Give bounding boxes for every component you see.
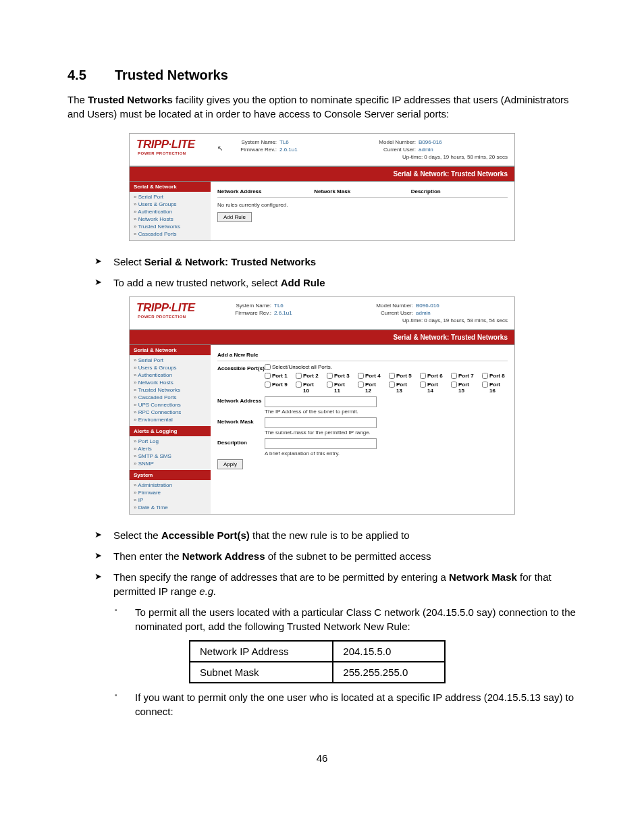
nav-item[interactable]: SMTP & SMS	[130, 452, 211, 460]
logo: TRIPP·LITE POWER PROTECTION	[136, 301, 224, 319]
nav-item[interactable]: Firmware	[130, 489, 211, 496]
select-all-checkbox[interactable]: Select/Unselect all Ports.	[265, 364, 508, 370]
table-header: Network Address Network Mask Description	[217, 186, 508, 198]
firmware-value: 2.6.1u1	[279, 147, 317, 153]
network-mask-hint: The subnet-mask for the permitted IP ran…	[265, 429, 508, 436]
form-title: Add a New Rule	[217, 349, 508, 361]
screenshot-add-rule: TRIPP·LITE POWER PROTECTION System Name:…	[129, 296, 515, 515]
section-number: 4.5	[68, 68, 115, 83]
add-rule-button[interactable]: Add Rule	[217, 212, 252, 222]
page-number: 46	[68, 752, 576, 764]
firmware-label: Firmware Rev.:	[230, 147, 279, 153]
sub-bullet: To permit all the users located with a p…	[115, 605, 576, 633]
bullet: To add a new trusted network, select Add…	[95, 276, 576, 290]
screenshot-trusted-networks-list: TRIPP·LITE POWER PROTECTION ↖ System Nam…	[129, 133, 515, 241]
network-address-label: Network Address	[217, 396, 265, 404]
nav-item[interactable]: Administration	[130, 481, 211, 489]
col-network-address: Network Address	[217, 188, 314, 194]
nav-item[interactable]: Users & Groups	[130, 364, 211, 371]
example-cell: 255.255.255.0	[333, 662, 445, 683]
nav-item[interactable]: Trusted Networks	[130, 386, 211, 394]
example-table: Network IP Address 204.15.5.0 Subnet Mas…	[189, 640, 446, 683]
model-label: Model Number:	[369, 139, 419, 145]
network-mask-input[interactable]	[265, 417, 377, 428]
col-description: Description	[411, 188, 508, 194]
nav-item[interactable]: Network Hosts	[130, 215, 211, 223]
apply-button[interactable]: Apply	[217, 459, 243, 469]
port-checkbox[interactable]: Port 4	[358, 373, 383, 379]
example-cell: Network IP Address	[190, 641, 333, 662]
uptime: Up-time: 0 days, 19 hours, 58 mins, 20 s…	[369, 154, 508, 160]
cursor-icon: ↖	[217, 145, 223, 152]
page-bar: Serial & Network: Trusted Networks	[130, 330, 514, 345]
bullet: Select Serial & Network: Trusted Network…	[95, 255, 576, 269]
port-checkbox[interactable]: Port 10	[296, 382, 321, 394]
port-checkbox[interactable]: Port 9	[265, 382, 290, 394]
port-checkbox[interactable]: Port 7	[451, 373, 477, 379]
port-checkbox[interactable]: Port 13	[389, 382, 414, 394]
port-checkbox[interactable]: Port 16	[482, 382, 508, 394]
sidebar: Serial & Network Serial Port Users & Gro…	[130, 345, 211, 514]
sidebar: Serial & Network Serial Port Users & Gro…	[130, 182, 211, 240]
port-checkbox[interactable]: Port 6	[420, 373, 446, 379]
port-checkbox[interactable]: Port 12	[358, 382, 383, 394]
nav-item[interactable]: Serial Port	[130, 193, 211, 201]
nav-item[interactable]: Date & Time	[130, 504, 211, 511]
network-address-input[interactable]	[265, 396, 377, 407]
port-checkbox[interactable]: Port 2	[296, 373, 321, 379]
port-checkbox[interactable]: Port 3	[327, 373, 352, 379]
nav-item[interactable]: RPC Connections	[130, 409, 211, 416]
network-address-hint: The IP Address of the subnet to permit.	[265, 409, 508, 415]
nav-item[interactable]: Users & Groups	[130, 201, 211, 208]
sub-bullet: If you want to permit only the one user …	[115, 690, 576, 719]
description-label: Description	[217, 438, 265, 446]
nav-item[interactable]: Authentication	[130, 208, 211, 215]
port-checkbox[interactable]: Port 8	[482, 373, 508, 379]
nav-item[interactable]: UPS Connections	[130, 401, 211, 409]
section-title: Trusted Networks	[115, 68, 228, 82]
port-checkbox[interactable]: Port 14	[420, 382, 446, 394]
network-mask-label: Network Mask	[217, 417, 265, 425]
page-bar: Serial & Network: Trusted Networks	[130, 166, 514, 182]
nav-item[interactable]: Cascaded Ports	[130, 230, 211, 238]
port-checkbox[interactable]: Port 11	[327, 382, 352, 394]
nav-item[interactable]: Port Log	[130, 438, 211, 445]
ports-label: Accessible Port(s)	[217, 364, 265, 371]
model-value: B096-016	[419, 139, 456, 145]
nav-item[interactable]: Trusted Networks	[130, 223, 211, 230]
example-cell: 204.15.5.0	[333, 641, 445, 662]
bullet: Then specify the range of addresses that…	[95, 570, 576, 598]
nav-item[interactable]: SNMP	[130, 460, 211, 467]
nav-item[interactable]: Environmental	[130, 416, 211, 423]
nav-item[interactable]: Alerts	[130, 445, 211, 452]
nav-item[interactable]: Network Hosts	[130, 379, 211, 386]
bullet: Select the Accessible Port(s) that the n…	[95, 528, 576, 542]
port-checkbox[interactable]: Port 5	[389, 373, 414, 379]
no-rules-message: No rules currently configured.	[217, 198, 508, 212]
nav-item[interactable]: IP	[130, 496, 211, 504]
logo: TRIPP·LITE POWER PROTECTION	[136, 138, 224, 155]
example-cell: Subnet Mask	[190, 662, 333, 683]
intro-paragraph: The Trusted Networks facility gives you …	[68, 93, 576, 121]
description-input[interactable]	[265, 438, 377, 449]
nav-item[interactable]: Cascaded Ports	[130, 394, 211, 401]
nav-section-serial: Serial & Network	[130, 182, 211, 192]
sysname-label: System Name:	[230, 139, 279, 145]
nav-item[interactable]: Serial Port	[130, 357, 211, 364]
sysname-value: TL6	[279, 139, 317, 145]
bullet: Then enter the Network Address of the su…	[95, 549, 576, 563]
port-checkbox[interactable]: Port 15	[451, 382, 477, 394]
section-heading: 4.5Trusted Networks	[68, 68, 576, 83]
user-value: admin	[419, 147, 456, 153]
description-hint: A brief explanation of this entry.	[265, 450, 508, 457]
user-label: Current User:	[369, 147, 419, 153]
col-network-mask: Network Mask	[314, 188, 410, 194]
port-checkbox[interactable]: Port 1	[265, 373, 290, 379]
nav-item[interactable]: Authentication	[130, 371, 211, 379]
